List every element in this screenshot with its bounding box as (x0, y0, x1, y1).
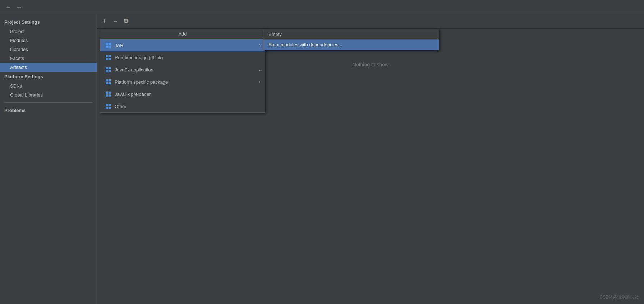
svg-rect-21 (109, 104, 111, 106)
main-layout: Project Settings Project Modules Librari… (0, 14, 644, 304)
svg-rect-0 (106, 43, 108, 45)
dropdown-item-javafx-app[interactable]: JavaFx application › (100, 64, 265, 76)
svg-rect-22 (106, 107, 108, 109)
dropdown-item-platform-label: Platform specific package (115, 79, 168, 85)
submenu-item-from-modules[interactable]: From modules with dependencies... (263, 39, 439, 50)
add-dropdown-menu: Add JAR › (100, 29, 265, 113)
svg-rect-19 (109, 94, 111, 97)
dropdown-item-jar-label: JAR (115, 43, 124, 48)
svg-rect-11 (109, 70, 111, 72)
svg-rect-16 (106, 92, 108, 94)
svg-rect-8 (106, 67, 108, 69)
svg-rect-14 (106, 82, 108, 84)
dropdown-item-runtime-label: Run-time image (JLink) (115, 55, 163, 60)
svg-rect-23 (109, 107, 111, 109)
jar-icon (105, 42, 112, 49)
add-button[interactable]: + (100, 17, 109, 26)
other-icon (105, 103, 112, 110)
copy-button[interactable]: ⧉ (121, 17, 131, 26)
dropdown-item-runtime-image[interactable]: Run-time image (JLink) (100, 51, 265, 64)
svg-rect-6 (106, 58, 108, 60)
back-button[interactable]: ← (4, 3, 12, 11)
sidebar: Project Settings Project Modules Librari… (0, 14, 97, 304)
svg-rect-5 (109, 55, 111, 57)
svg-rect-18 (106, 94, 108, 97)
sidebar-item-modules[interactable]: Modules (0, 36, 97, 45)
dropdown-item-other[interactable]: Other (100, 100, 265, 112)
runtime-image-icon (105, 54, 112, 61)
top-bar: ← → (0, 0, 644, 14)
dropdown-item-platform-package[interactable]: Platform specific package › (100, 76, 265, 88)
svg-rect-15 (109, 82, 111, 84)
dropdown-item-jar[interactable]: JAR › (100, 39, 265, 51)
sidebar-item-artifacts[interactable]: Artifacts (0, 63, 97, 72)
project-settings-section: Project Settings (0, 17, 97, 27)
sidebar-item-sdks[interactable]: SDKs (0, 81, 97, 90)
dropdown-item-other-label: Other (115, 104, 126, 109)
jar-submenu: Empty From modules with dependencies... (263, 29, 439, 50)
svg-rect-7 (109, 58, 111, 60)
sidebar-item-facets[interactable]: Facets (0, 54, 97, 63)
svg-rect-4 (106, 55, 108, 57)
svg-rect-13 (109, 79, 111, 81)
forward-button[interactable]: → (15, 3, 23, 11)
javafx-app-chevron: › (259, 67, 261, 72)
svg-rect-10 (106, 70, 108, 72)
javafx-preloader-icon (105, 90, 112, 98)
platform-settings-section: Platform Settings (0, 72, 97, 81)
content-toolbar: + − ⧉ (97, 14, 644, 29)
platform-package-icon (105, 78, 112, 85)
sidebar-divider (4, 102, 92, 103)
problems-section: Problems (0, 106, 97, 115)
platform-package-chevron: › (259, 79, 261, 84)
sidebar-item-global-libraries[interactable]: Global Libraries (0, 90, 97, 99)
remove-button[interactable]: − (111, 17, 120, 26)
sidebar-item-project[interactable]: Project (0, 27, 97, 36)
watermark: CSDN @漩涡脆波波 (599, 294, 639, 300)
dropdown-item-preloader-label: JavaFx preloader (115, 92, 151, 97)
content-area: + − ⧉ Nothing to show Add JAR › (97, 14, 644, 304)
jar-chevron: › (259, 43, 261, 48)
javafx-app-icon (105, 66, 112, 73)
svg-rect-12 (106, 79, 108, 81)
dropdown-item-javafx-preloader[interactable]: JavaFx preloader (100, 88, 265, 100)
sidebar-item-libraries[interactable]: Libraries (0, 45, 97, 54)
dropdown-header: Add (100, 29, 265, 39)
svg-rect-3 (109, 46, 111, 48)
dropdown-item-javafx-app-label: JavaFx application (115, 67, 153, 73)
svg-rect-1 (109, 43, 111, 45)
svg-rect-2 (106, 46, 108, 48)
svg-rect-17 (109, 92, 111, 94)
svg-rect-20 (106, 104, 108, 106)
submenu-item-empty[interactable]: Empty (263, 29, 439, 39)
svg-rect-9 (109, 67, 111, 69)
